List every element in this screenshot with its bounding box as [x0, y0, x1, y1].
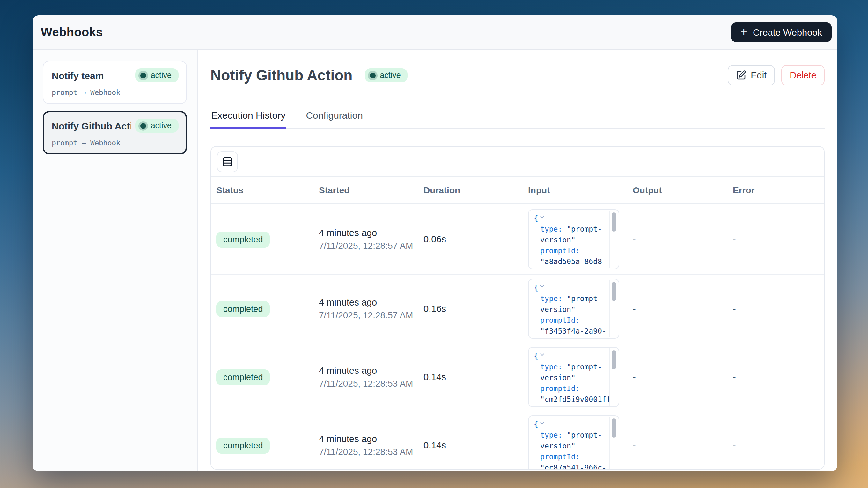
json-key: promptId: [540, 316, 580, 325]
edit-icon [736, 70, 746, 80]
create-webhook-label: Create Webhook [753, 27, 822, 37]
status-badge: active [135, 119, 179, 133]
scrollbar-thumb[interactable] [612, 282, 616, 301]
json-open-brace: { [534, 283, 538, 292]
chevron-down-icon[interactable] [539, 212, 545, 223]
scrollbar-thumb[interactable] [612, 350, 616, 369]
webhook-detail-title: Notify Github Action [211, 67, 352, 84]
json-value: version" [540, 235, 576, 244]
output-value: - [627, 304, 728, 314]
table-toolbar [211, 147, 824, 177]
webhooks-app-window: Webhooks + Create Webhook Notify team ac… [33, 15, 837, 471]
page-title: Webhooks [41, 25, 103, 39]
edit-button-label: Edit [751, 70, 767, 80]
started-absolute: 7/11/2025, 12:28:57 AM [319, 310, 418, 320]
error-value: - [728, 372, 824, 382]
json-value: version" [540, 373, 576, 382]
execution-row: completed 4 minutes ago 7/11/2025, 12:28… [211, 411, 824, 469]
edit-button[interactable]: Edit [728, 65, 775, 86]
output-value: - [627, 372, 728, 382]
webhook-route: prompt → Webhook [52, 88, 179, 97]
started-relative: 4 minutes ago [319, 366, 418, 376]
error-value: - [728, 440, 824, 450]
status-badge: completed [216, 437, 270, 453]
json-value: version" [540, 441, 576, 450]
plus-icon: + [740, 26, 747, 37]
json-key: type: [540, 294, 562, 303]
table-rows-icon [222, 156, 233, 167]
output-value: - [627, 440, 728, 450]
json-key: promptId: [540, 246, 580, 255]
json-open-brace: { [534, 214, 538, 223]
json-key: type: [540, 362, 562, 371]
json-value: 46ca-91ba [540, 337, 580, 339]
chevron-down-icon[interactable] [539, 350, 545, 361]
active-dot-icon [141, 123, 146, 128]
webhook-detail-pane: Notify Github Action active [198, 50, 837, 471]
status-badge: completed [216, 301, 270, 317]
delete-button[interactable]: Delete [781, 65, 825, 86]
json-scrollbar[interactable] [609, 280, 618, 337]
create-webhook-button[interactable]: + Create Webhook [731, 22, 832, 42]
status-badge: active [365, 68, 407, 82]
app-header: Webhooks + Create Webhook [33, 15, 837, 50]
input-json-viewer[interactable]: { type: "prompt- version" promptId: "ec8… [528, 415, 619, 469]
started-relative: 4 minutes ago [319, 297, 418, 307]
status-badge: completed [216, 369, 270, 385]
webhook-name: Notify Github Acti... [52, 120, 132, 131]
chevron-down-icon[interactable] [539, 282, 545, 293]
json-value: "prompt- [567, 431, 602, 439]
scrollbar-thumb[interactable] [612, 212, 616, 232]
json-value: "a8ad505a-86d8- [540, 257, 607, 266]
started-relative: 4 minutes ago [319, 228, 418, 238]
sidebar-item-notify-team[interactable]: Notify team active prompt → Webhook [43, 61, 187, 104]
json-value: "prompt- [567, 294, 602, 303]
chevron-down-icon[interactable] [539, 419, 545, 429]
webhook-route: prompt → Webhook [52, 139, 179, 147]
json-scrollbar[interactable] [609, 417, 618, 469]
tab-configuration[interactable]: Configuration [305, 110, 363, 129]
duration-value: 0.14s [418, 440, 523, 450]
execution-row: completed 4 minutes ago 7/11/2025, 12:28… [211, 275, 824, 343]
status-badge-label: active [380, 71, 401, 80]
json-key: promptId: [540, 384, 580, 393]
active-dot-icon [370, 72, 375, 78]
status-badge: completed [216, 231, 270, 247]
json-scrollbar[interactable] [609, 211, 618, 268]
started-absolute: 7/11/2025, 12:28:57 AM [319, 241, 418, 251]
execution-history-card: Status Started Duration Input Output Err… [211, 146, 825, 469]
table-header-row: Status Started Duration Input Output Err… [211, 177, 824, 204]
column-header-started: Started [314, 185, 418, 195]
sidebar-item-notify-github-action[interactable]: Notify Github Acti... active prompt → We… [43, 111, 187, 154]
json-value: mdiv7eie6" [540, 406, 585, 407]
input-json-viewer[interactable]: { type: "prompt- version" promptId: "cm2… [528, 347, 619, 407]
json-open-brace: { [534, 420, 538, 429]
json-value: version" [540, 305, 576, 314]
column-header-input: Input [523, 185, 627, 195]
json-open-brace: { [534, 352, 538, 360]
error-value: - [728, 234, 824, 244]
status-badge-label: active [151, 121, 172, 130]
webhook-name: Notify team [52, 70, 104, 81]
active-dot-icon [141, 72, 146, 78]
json-scrollbar[interactable] [609, 348, 618, 406]
started-absolute: 7/11/2025, 12:28:53 AM [319, 447, 418, 457]
scrollbar-thumb[interactable] [612, 419, 616, 437]
json-value: "prompt- [567, 362, 602, 371]
input-json-viewer[interactable]: { type: "prompt- version" promptId: "a8a… [528, 209, 619, 269]
json-key: type: [540, 224, 562, 234]
started-relative: 4 minutes ago [319, 434, 418, 444]
execution-row: completed 4 minutes ago 7/11/2025, 12:28… [211, 343, 824, 411]
input-json-viewer[interactable]: { type: "prompt- version" promptId: "f34… [528, 279, 619, 339]
column-header-duration: Duration [418, 185, 523, 195]
execution-row: completed 4 minutes ago 7/11/2025, 12:28… [211, 204, 824, 275]
table-view-button[interactable] [217, 151, 238, 172]
json-value: "prompt- [567, 224, 602, 234]
desktop-background: Webhooks + Create Webhook Notify team ac… [0, 0, 868, 488]
status-badge-label: active [151, 71, 172, 80]
started-absolute: 7/11/2025, 12:28:53 AM [319, 378, 418, 389]
tab-execution-history[interactable]: Execution History [211, 110, 286, 129]
json-value: "ec87a541-966c- [540, 463, 607, 469]
json-key: type: [540, 431, 562, 439]
column-header-status: Status [211, 185, 314, 195]
